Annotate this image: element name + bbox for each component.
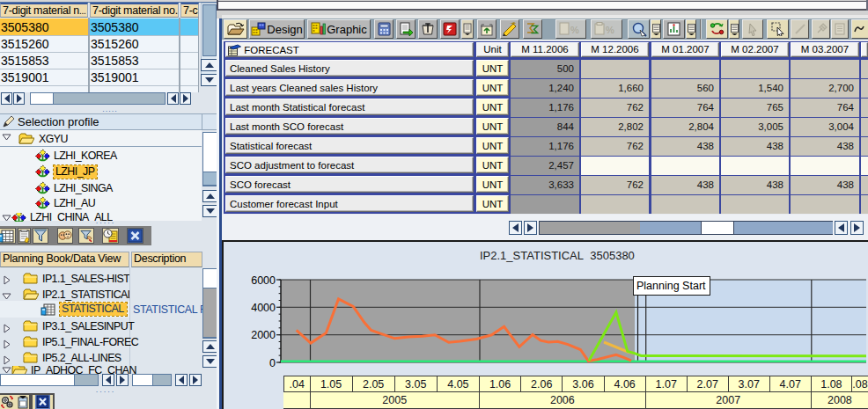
svg-text:2000: 2000 bbox=[251, 329, 276, 341]
svg-text:0: 0 bbox=[269, 357, 276, 369]
svg-text:%: % bbox=[606, 25, 614, 35]
svg-text:%: % bbox=[570, 25, 579, 35]
svg-text:6000: 6000 bbox=[251, 274, 276, 287]
svg-text:4000: 4000 bbox=[251, 302, 276, 314]
